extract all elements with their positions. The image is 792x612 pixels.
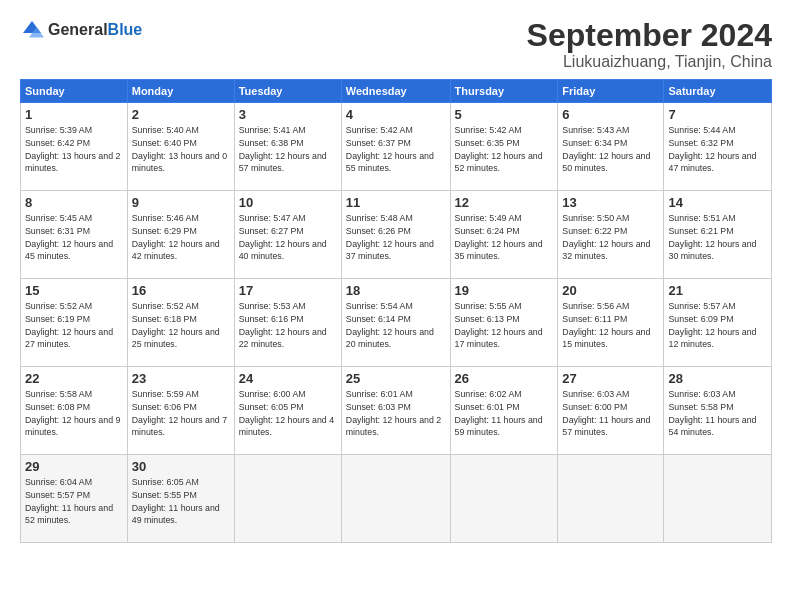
header-friday: Friday [558,80,664,103]
day-number: 29 [25,459,123,474]
day-number: 2 [132,107,230,122]
calendar-cell: 15Sunrise: 5:52 AMSunset: 6:19 PMDayligh… [21,279,128,367]
day-info: Sunrise: 5:40 AMSunset: 6:40 PMDaylight:… [132,125,227,173]
day-info: Sunrise: 5:58 AMSunset: 6:08 PMDaylight:… [25,389,120,437]
calendar-cell: 24Sunrise: 6:00 AMSunset: 6:05 PMDayligh… [234,367,341,455]
day-number: 6 [562,107,659,122]
day-info: Sunrise: 6:01 AMSunset: 6:03 PMDaylight:… [346,389,441,437]
day-number: 20 [562,283,659,298]
day-info: Sunrise: 6:03 AMSunset: 6:00 PMDaylight:… [562,389,650,437]
day-number: 1 [25,107,123,122]
day-info: Sunrise: 6:03 AMSunset: 5:58 PMDaylight:… [668,389,756,437]
calendar-table: Sunday Monday Tuesday Wednesday Thursday… [20,79,772,543]
calendar-cell: 3Sunrise: 5:41 AMSunset: 6:38 PMDaylight… [234,103,341,191]
day-number: 10 [239,195,337,210]
calendar-cell: 16Sunrise: 5:52 AMSunset: 6:18 PMDayligh… [127,279,234,367]
day-number: 19 [455,283,554,298]
calendar-cell: 20Sunrise: 5:56 AMSunset: 6:11 PMDayligh… [558,279,664,367]
calendar-cell: 29Sunrise: 6:04 AMSunset: 5:57 PMDayligh… [21,455,128,543]
calendar-cell: 26Sunrise: 6:02 AMSunset: 6:01 PMDayligh… [450,367,558,455]
day-info: Sunrise: 5:50 AMSunset: 6:22 PMDaylight:… [562,213,650,261]
day-info: Sunrise: 5:45 AMSunset: 6:31 PMDaylight:… [25,213,113,261]
day-info: Sunrise: 5:52 AMSunset: 6:19 PMDaylight:… [25,301,113,349]
calendar-cell: 21Sunrise: 5:57 AMSunset: 6:09 PMDayligh… [664,279,772,367]
day-number: 5 [455,107,554,122]
calendar-cell: 12Sunrise: 5:49 AMSunset: 6:24 PMDayligh… [450,191,558,279]
calendar-cell: 27Sunrise: 6:03 AMSunset: 6:00 PMDayligh… [558,367,664,455]
calendar-cell: 4Sunrise: 5:42 AMSunset: 6:37 PMDaylight… [341,103,450,191]
day-info: Sunrise: 5:53 AMSunset: 6:16 PMDaylight:… [239,301,327,349]
day-info: Sunrise: 5:48 AMSunset: 6:26 PMDaylight:… [346,213,434,261]
calendar-cell: 6Sunrise: 5:43 AMSunset: 6:34 PMDaylight… [558,103,664,191]
day-number: 13 [562,195,659,210]
day-info: Sunrise: 5:41 AMSunset: 6:38 PMDaylight:… [239,125,327,173]
header-wednesday: Wednesday [341,80,450,103]
day-info: Sunrise: 6:04 AMSunset: 5:57 PMDaylight:… [25,477,113,525]
calendar-week-row: 8Sunrise: 5:45 AMSunset: 6:31 PMDaylight… [21,191,772,279]
day-number: 8 [25,195,123,210]
day-number: 17 [239,283,337,298]
logo: GeneralBlue [20,18,142,42]
calendar-week-row: 29Sunrise: 6:04 AMSunset: 5:57 PMDayligh… [21,455,772,543]
day-number: 27 [562,371,659,386]
header-tuesday: Tuesday [234,80,341,103]
day-number: 25 [346,371,446,386]
subtitle: Liukuaizhuang, Tianjin, China [527,53,772,71]
calendar-cell: 10Sunrise: 5:47 AMSunset: 6:27 PMDayligh… [234,191,341,279]
calendar-cell: 2Sunrise: 5:40 AMSunset: 6:40 PMDaylight… [127,103,234,191]
logo-icon [20,18,44,42]
calendar-cell: 1Sunrise: 5:39 AMSunset: 6:42 PMDaylight… [21,103,128,191]
day-number: 7 [668,107,767,122]
day-info: Sunrise: 5:59 AMSunset: 6:06 PMDaylight:… [132,389,227,437]
day-number: 21 [668,283,767,298]
page: GeneralBlue September 2024 Liukuaizhuang… [0,0,792,612]
day-number: 11 [346,195,446,210]
logo-general: General [48,21,108,38]
calendar-cell: 25Sunrise: 6:01 AMSunset: 6:03 PMDayligh… [341,367,450,455]
day-info: Sunrise: 5:56 AMSunset: 6:11 PMDaylight:… [562,301,650,349]
day-info: Sunrise: 5:51 AMSunset: 6:21 PMDaylight:… [668,213,756,261]
calendar-cell: 11Sunrise: 5:48 AMSunset: 6:26 PMDayligh… [341,191,450,279]
calendar-cell: 28Sunrise: 6:03 AMSunset: 5:58 PMDayligh… [664,367,772,455]
calendar-week-row: 1Sunrise: 5:39 AMSunset: 6:42 PMDaylight… [21,103,772,191]
calendar-cell: 22Sunrise: 5:58 AMSunset: 6:08 PMDayligh… [21,367,128,455]
calendar-week-row: 15Sunrise: 5:52 AMSunset: 6:19 PMDayligh… [21,279,772,367]
day-info: Sunrise: 5:43 AMSunset: 6:34 PMDaylight:… [562,125,650,173]
day-number: 16 [132,283,230,298]
day-number: 4 [346,107,446,122]
calendar-cell: 30Sunrise: 6:05 AMSunset: 5:55 PMDayligh… [127,455,234,543]
header-saturday: Saturday [664,80,772,103]
calendar-cell: 7Sunrise: 5:44 AMSunset: 6:32 PMDaylight… [664,103,772,191]
day-number: 28 [668,371,767,386]
header-monday: Monday [127,80,234,103]
calendar-cell: 9Sunrise: 5:46 AMSunset: 6:29 PMDaylight… [127,191,234,279]
day-info: Sunrise: 5:55 AMSunset: 6:13 PMDaylight:… [455,301,543,349]
calendar-cell: 5Sunrise: 5:42 AMSunset: 6:35 PMDaylight… [450,103,558,191]
calendar-cell: 8Sunrise: 5:45 AMSunset: 6:31 PMDaylight… [21,191,128,279]
calendar-cell [664,455,772,543]
day-number: 30 [132,459,230,474]
day-number: 18 [346,283,446,298]
header-thursday: Thursday [450,80,558,103]
calendar-cell: 13Sunrise: 5:50 AMSunset: 6:22 PMDayligh… [558,191,664,279]
day-number: 26 [455,371,554,386]
day-info: Sunrise: 5:46 AMSunset: 6:29 PMDaylight:… [132,213,220,261]
title-block: September 2024 Liukuaizhuang, Tianjin, C… [527,18,772,71]
calendar-cell: 23Sunrise: 5:59 AMSunset: 6:06 PMDayligh… [127,367,234,455]
day-info: Sunrise: 5:54 AMSunset: 6:14 PMDaylight:… [346,301,434,349]
calendar-week-row: 22Sunrise: 5:58 AMSunset: 6:08 PMDayligh… [21,367,772,455]
day-number: 23 [132,371,230,386]
calendar-cell: 19Sunrise: 5:55 AMSunset: 6:13 PMDayligh… [450,279,558,367]
calendar-cell: 18Sunrise: 5:54 AMSunset: 6:14 PMDayligh… [341,279,450,367]
main-title: September 2024 [527,18,772,53]
day-info: Sunrise: 5:44 AMSunset: 6:32 PMDaylight:… [668,125,756,173]
day-info: Sunrise: 5:42 AMSunset: 6:37 PMDaylight:… [346,125,434,173]
calendar-cell [234,455,341,543]
day-info: Sunrise: 5:52 AMSunset: 6:18 PMDaylight:… [132,301,220,349]
calendar-cell: 14Sunrise: 5:51 AMSunset: 6:21 PMDayligh… [664,191,772,279]
day-info: Sunrise: 6:00 AMSunset: 6:05 PMDaylight:… [239,389,334,437]
day-info: Sunrise: 5:49 AMSunset: 6:24 PMDaylight:… [455,213,543,261]
day-info: Sunrise: 5:57 AMSunset: 6:09 PMDaylight:… [668,301,756,349]
day-number: 3 [239,107,337,122]
day-number: 12 [455,195,554,210]
